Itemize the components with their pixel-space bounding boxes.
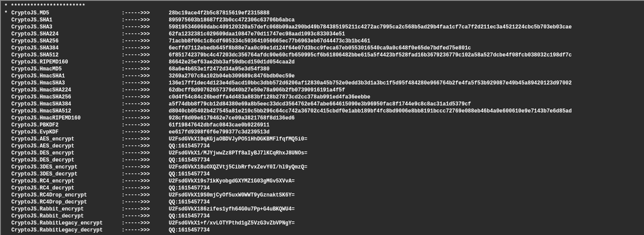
console-row: CryptoJS.RabbitLegacy_encrypt:----->>>U2… [4,220,641,227]
console-row: CryptoJS.SHA3:----->>>598195346060dabc40… [4,24,641,31]
crypto-function-name: CryptoJS.HmacSHA256 [11,94,122,101]
crypto-output-value: 598195346060dabc409120320a57defc068b09aa… [169,24,641,31]
crypto-function-name: CryptoJS.HmacRIPEMD160 [11,115,122,122]
separator-arrow: :----->>> [122,220,169,227]
crypto-output-value: 62dbcff8d90762657379d40b27e50e78a906b2fb… [169,87,641,94]
separator-arrow: :----->>> [122,94,169,101]
crypto-output-value: 6ecffd7112ebedb645f8b88e7aa0c99e1d124f64… [169,45,641,52]
crypto-output-value: d8040cb05402b427545a81e210c5bb296c64cc74… [169,108,641,115]
separator-arrow: :----->>> [122,213,169,220]
console-row: CryptoJS.HmacSHA1:----->>>3269a2707c8a10… [4,73,641,80]
crypto-function-name: CryptoJS.Rabbit_decrypt [11,213,122,220]
console-row: CryptoJS.HmacSHA224:----->>>62dbcff8d907… [4,87,641,94]
crypto-output-value: 6f851742379bc4c47203dc356764afdc90e60cfb… [169,52,641,59]
crypto-function-name: CryptoJS.HmacSHA512 [11,108,122,115]
crypto-function-name: CryptoJS.Rabbit_encrypt [11,206,122,213]
crypto-output-value: QQ:1615457734 [169,171,641,178]
crypto-output-value: U2FsdGVkX1+f/xvLOTYPthd1gZ5VzG3vZbVPNgY= [169,220,641,227]
console-row: CryptoJS.3DES_decrypt:----->>>QQ:1615457… [4,171,641,178]
separator-arrow: :----->>> [122,157,169,164]
separator-arrow: :----->>> [122,227,169,234]
console-output: * CryptoJS.MD5:----->>>28bc19ace4f2b5c87… [4,10,641,234]
console-row: CryptoJS.HmacSHA3:----->>>136e17ff1dec4d… [4,80,641,87]
crypto-output-value: QQ:1615457734 [169,157,641,164]
console-row: CryptoJS.RC4Drop_encrypt:----->>>U2FsdGV… [4,192,641,199]
console-row: CryptoJS.PBKDF2:----->>>61f19847642dbfac… [4,122,641,129]
separator-arrow: :----->>> [122,66,169,73]
crypto-output-value: 62fa1232381c029609daa10847e70d11747ec98a… [169,31,641,38]
crypto-output-value: U2FsdGVkX19s71kKyobgdGXYMZ1G03gMGv5XVvA= [169,178,641,185]
console-row: CryptoJS.HmacSHA384:----->>>a5f74dbb8f79… [4,101,641,108]
crypto-function-name: CryptoJS.SHA512 [11,52,122,59]
crypto-function-name: CryptoJS.HmacSHA3 [11,80,122,87]
crypto-function-name: CryptoJS.RC4Drop_encrypt [11,192,122,199]
crypto-function-name: CryptoJS.AES_encrypt [11,136,122,143]
separator-arrow: :----->>> [122,87,169,94]
crypto-output-value: QQ:1615457734 [169,199,641,206]
crypto-function-name: CryptoJS.RabbitLegacy_encrypt [11,220,122,227]
console-row: CryptoJS.DES_encrypt:----->>>U2FsdGVkX1/… [4,150,641,157]
crypto-output-value: 3269a2707c8a102b04eb309689c8476bdb0ec59e [169,73,641,80]
console-row: CryptoJS.SHA224:----->>>62fa1232381c0296… [4,31,641,38]
console-row: CryptoJS.SHA512:----->>>6f851742379bc4c4… [4,52,641,59]
separator-arrow: :----->>> [122,24,169,31]
crypto-function-name: CryptoJS.HmacSHA384 [11,101,122,108]
crypto-function-name: CryptoJS.SHA224 [11,31,122,38]
console-row: CryptoJS.3DES_encrypt:----->>>U2FsdGVkX1… [4,164,641,171]
crypto-function-name: CryptoJS.HmacSHA224 [11,87,122,94]
separator-arrow: :----->>> [122,101,169,108]
crypto-output-value: U2FsdGVkX1/MJYjwwZz8PTf8aIyBJ7lKCqRhxJ8U… [169,150,641,157]
crypto-output-value: 928cf8d09e6179462e7ce09a3821768f8d136ed6 [169,115,641,122]
crypto-function-name: CryptoJS.DES_decrypt [11,157,122,164]
console-row: CryptoJS.RC4_decrypt:----->>>QQ:16154577… [4,185,641,192]
crypto-function-name: CryptoJS.RIPEMD160 [11,59,122,66]
separator-arrow: :----->>> [122,136,169,143]
crypto-function-name: CryptoJS.3DES_encrypt [11,164,122,171]
crypto-function-name: CryptoJS.3DES_decrypt [11,171,122,178]
crypto-function-name: CryptoJS.HmacMD5 [11,66,122,73]
console-row: CryptoJS.Rabbit_decrypt:----->>>QQ:16154… [4,213,641,220]
crypto-output-value: U2FsdGVkX19S0mjCyOf5uxW0WWT9yGznaktSK6Y= [169,192,641,199]
crypto-function-name: CryptoJS.EvpKDF [11,129,122,136]
crypto-output-value: 28bc19ace4f2b5c87815619ef2315888 [169,10,641,17]
crypto-output-value: 61f19847642dbfac0843cae0b9226911 [169,122,641,129]
crypto-function-name: CryptoJS.SHA3 [11,24,122,31]
crypto-output-value: a5f74dbb8f79cb12d84380e69a8b5eec33dcd356… [169,101,641,108]
crypto-function-name: CryptoJS.PBKDF2 [11,122,122,129]
separator-arrow: :----->>> [122,73,169,80]
crypto-function-name: CryptoJS.RC4_encrypt [11,178,122,185]
crypto-function-name: CryptoJS.RC4_decrypt [11,185,122,192]
separator-arrow: :----->>> [122,31,169,38]
separator-arrow: :----->>> [122,129,169,136]
separator-arrow: :----->>> [122,199,169,206]
crypto-output-value: 68a6e4b653e1f2472d34a95e3d54f380 [169,66,641,73]
console-row: CryptoJS.DES_decrypt:----->>>QQ:16154577… [4,157,641,164]
crypto-function-name: CryptoJS.MD5 [11,10,122,17]
crypto-output-value: U2FsdGVkX18uOXQZVtj5CibRrfvxZevY0I/hl9yQ… [169,164,641,171]
console-row: CryptoJS.SHA1:----->>>895975603b18687f23… [4,17,641,24]
console-row: CryptoJS.SHA256:----->>>71acbb8f06c1c8cd… [4,38,641,45]
separator-arrow: :----->>> [122,143,169,150]
separator-arrow: :----->>> [122,178,169,185]
crypto-output-value: 86642e25ef63ae2bb3af59dbcd150d1d054caa2d [169,59,641,66]
separator-arrow: :----->>> [122,122,169,129]
console-header-line: * *********************** [4,3,641,10]
crypto-function-name: CryptoJS.DES_encrypt [11,150,122,157]
separator-arrow: :----->>> [122,206,169,213]
crypto-output-value: c0d4f54c84c26bedffa4d483a883bf128b27873c… [169,94,641,101]
crypto-function-name: CryptoJS.RabbitLegacy_decrypt [11,227,122,234]
separator-arrow: :----->>> [122,185,169,192]
separator-arrow: :----->>> [122,17,169,24]
console-row: CryptoJS.AES_encrypt:----->>>U2FsdGVkX19… [4,136,641,143]
console-row: CryptoJS.HmacSHA256:----->>>c0d4f54c84c2… [4,94,641,101]
crypto-output-value: ee617fd9398f6f6e799377c3d239513d [169,129,641,136]
console-row: CryptoJS.AES_decrypt:----->>>QQ:16154577… [4,143,641,150]
separator-arrow: :----->>> [122,45,169,52]
crypto-output-value: 136e17ff1dec4d123e4d5acd10bbc3dbb572d620… [169,80,641,87]
console-row: CryptoJS.RC4Drop_decrypt:----->>>QQ:1615… [4,199,641,206]
separator-arrow: :----->>> [122,164,169,171]
crypto-output-value: QQ:1615457734 [169,213,641,220]
crypto-output-value: U2FsdGVkX19qKGjaOBDVJyPO51HhDGKBMFlfqfMQ… [169,136,641,143]
console-row: CryptoJS.RIPEMD160:----->>>86642e25ef63a… [4,59,641,66]
separator-arrow: :----->>> [122,59,169,66]
